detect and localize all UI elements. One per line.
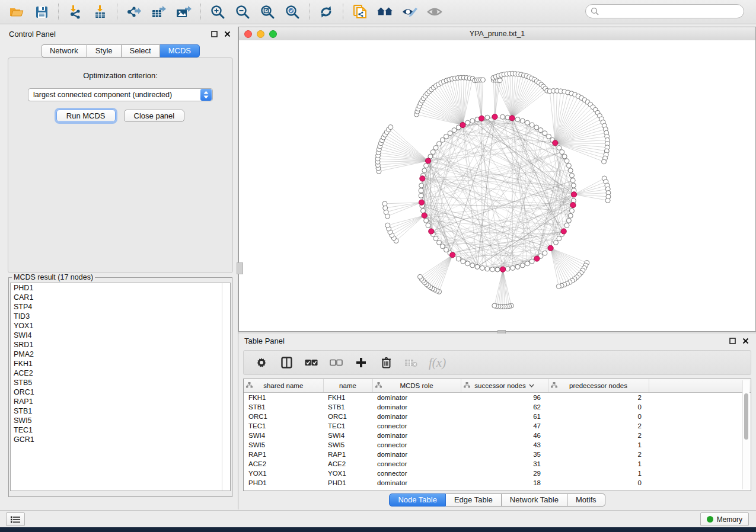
cell-successor-nodes[interactable]: 46 [461, 431, 548, 440]
column-header-MCDS-role[interactable]: MCDS role [372, 379, 461, 393]
zoom-selected-icon[interactable] [284, 4, 301, 20]
mcds-hub-node[interactable] [500, 267, 505, 272]
cell-MCDS-role[interactable]: dominator [372, 450, 461, 459]
mcds-result-item[interactable]: RAP1 [11, 397, 230, 406]
table-row[interactable]: YOX1YOX1connector291 [244, 469, 751, 478]
cell-successor-nodes[interactable]: 61 [461, 412, 548, 421]
cell-predecessor-nodes[interactable]: 0 [548, 478, 649, 488]
table-row[interactable]: ORC1ORC1dominator610 [244, 412, 751, 421]
unselect-all-checkboxes-icon[interactable] [329, 355, 343, 370]
close-table-panel-icon[interactable] [741, 336, 750, 345]
mcds-hub-node[interactable] [534, 256, 540, 261]
tab-edge-table[interactable]: Edge Table [446, 493, 502, 507]
network-node[interactable] [511, 265, 515, 270]
cell-MCDS-role[interactable]: dominator [372, 431, 461, 440]
cell-MCDS-role[interactable]: connector [372, 421, 461, 431]
network-node[interactable] [562, 154, 567, 159]
cell-successor-nodes[interactable]: 43 [461, 440, 548, 450]
task-history-button[interactable] [6, 512, 25, 526]
column-header-predecessor-nodes[interactable]: predecessor nodes [548, 379, 649, 393]
cell-MCDS-role[interactable]: dominator [372, 393, 461, 403]
add-column-icon[interactable] [354, 355, 368, 370]
mcds-hub-node[interactable] [425, 158, 430, 164]
cell-name[interactable]: SWI5 [323, 440, 372, 450]
mcds-result-list[interactable]: PHD1CAR1STP4TID3YOX1SWI4SRD1PMA2FKH1ACE2… [10, 283, 231, 491]
close-panel-icon[interactable] [222, 29, 232, 39]
network-node[interactable] [569, 173, 574, 178]
network-node[interactable] [515, 264, 520, 269]
network-canvas[interactable] [239, 40, 755, 331]
mcds-hub-node[interactable] [553, 140, 558, 146]
mcds-hub-node[interactable] [420, 176, 425, 181]
float-table-panel-icon[interactable] [728, 336, 737, 345]
network-node[interactable] [461, 259, 465, 264]
cell-successor-nodes[interactable]: 31 [461, 459, 548, 469]
leaf-node[interactable] [388, 125, 393, 130]
mcds-result-item[interactable]: STB5 [11, 378, 230, 387]
cell-predecessor-nodes[interactable]: 2 [548, 431, 649, 440]
network-node[interactable] [543, 131, 547, 136]
mcds-result-item[interactable]: ORC1 [11, 387, 230, 397]
refresh-layout-icon[interactable] [318, 4, 334, 20]
network-node[interactable] [440, 137, 445, 142]
network-node[interactable] [534, 125, 539, 130]
network-node[interactable] [515, 117, 520, 122]
network-node[interactable] [448, 131, 452, 136]
mcds-hub-node[interactable] [492, 114, 497, 119]
cell-shared-name[interactable]: FKH1 [244, 393, 323, 403]
settings-gear-icon[interactable] [254, 355, 269, 370]
select-all-checkboxes-icon[interactable] [304, 355, 318, 370]
network-node[interactable] [569, 209, 574, 213]
mcds-hub-node[interactable] [479, 116, 484, 121]
network-node[interactable] [490, 267, 495, 272]
mcds-hub-node[interactable] [460, 122, 465, 127]
mcds-result-item[interactable]: SRD1 [11, 340, 230, 350]
show-columns-icon[interactable] [279, 355, 294, 370]
leaf-node[interactable] [556, 284, 561, 289]
mcds-hub-node[interactable] [509, 116, 515, 121]
cell-predecessor-nodes[interactable]: 2 [548, 421, 649, 431]
tab-network[interactable]: Network [41, 44, 87, 57]
cell-name[interactable]: RAP1 [323, 450, 372, 459]
float-panel-icon[interactable] [209, 29, 219, 39]
network-node[interactable] [557, 145, 562, 150]
network-node[interactable] [568, 168, 573, 173]
tab-motifs[interactable]: Motifs [567, 493, 605, 507]
cell-name[interactable]: FKH1 [323, 393, 372, 403]
mcds-hub-node[interactable] [561, 229, 566, 234]
leaf-node[interactable] [382, 201, 387, 206]
network-node[interactable] [557, 236, 562, 241]
cell-name[interactable]: SWI4 [323, 431, 372, 440]
network-node[interactable] [568, 213, 573, 218]
network-node[interactable] [470, 118, 475, 123]
run-mcds-button[interactable]: Run MCDS [56, 110, 116, 122]
mcds-hub-node[interactable] [571, 192, 576, 197]
cell-MCDS-role[interactable]: dominator [372, 412, 461, 421]
cell-shared-name[interactable]: ORC1 [244, 412, 323, 421]
network-node[interactable] [505, 267, 510, 271]
cell-MCDS-role[interactable]: connector [372, 440, 461, 450]
network-node[interactable] [424, 218, 429, 223]
mcds-result-item[interactable]: STB1 [11, 406, 230, 416]
mcds-hub-node[interactable] [570, 203, 576, 208]
table-row[interactable]: STB1STB1dominator620 [244, 402, 751, 412]
zoom-out-icon[interactable] [234, 4, 251, 20]
cell-MCDS-role[interactable]: dominator [372, 478, 461, 488]
mcds-hub-node[interactable] [422, 213, 427, 218]
table-row[interactable]: SWI4SWI4dominator462 [244, 431, 751, 440]
network-node[interactable] [485, 115, 490, 120]
cell-predecessor-nodes[interactable]: 2 [548, 450, 649, 459]
mcds-result-item[interactable]: SWI5 [11, 416, 230, 425]
network-node[interactable] [520, 263, 525, 268]
vertical-splitter-handle[interactable] [237, 262, 243, 274]
leaf-node[interactable] [480, 78, 485, 82]
cell-successor-nodes[interactable]: 96 [461, 393, 548, 403]
cell-predecessor-nodes[interactable]: 0 [548, 412, 649, 421]
network-node[interactable] [571, 183, 576, 188]
cell-shared-name[interactable]: YOX1 [244, 469, 323, 478]
tab-network-table[interactable]: Network Table [502, 493, 567, 507]
network-node[interactable] [525, 261, 529, 266]
table-row[interactable]: ACE2ACE2connector311 [244, 459, 751, 469]
table-row[interactable]: TEC1TEC1connector472 [244, 421, 751, 431]
network-node[interactable] [570, 178, 575, 183]
